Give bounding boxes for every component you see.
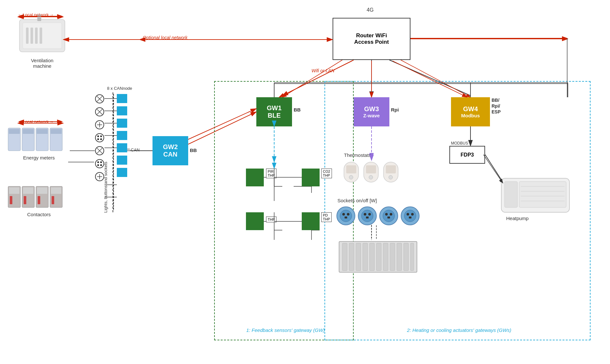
socket-2 — [357, 206, 377, 226]
thermostat-images — [342, 160, 400, 183]
svg-point-124 — [411, 213, 414, 216]
gw2-box: GW2 CAN — [152, 136, 188, 165]
energy-meters-area: Energy meters — [6, 126, 71, 160]
sensor-label-co2-thp: CO2 THP — [321, 169, 332, 178]
svg-rect-65 — [24, 196, 26, 204]
svg-rect-125 — [409, 217, 411, 218]
svg-rect-48 — [30, 28, 33, 44]
socket-images — [336, 206, 420, 226]
svg-rect-136 — [404, 243, 409, 271]
heatpump-svg — [500, 177, 571, 214]
svg-rect-133 — [383, 243, 388, 271]
svg-rect-92 — [97, 164, 99, 166]
svg-point-108 — [342, 213, 345, 216]
ventilation-label: Ventilation machine — [31, 58, 53, 69]
svg-rect-59 — [51, 129, 62, 134]
svg-rect-135 — [397, 243, 402, 271]
svg-rect-84 — [97, 138, 99, 140]
svg-rect-91 — [100, 161, 102, 163]
ventilation-image — [16, 13, 68, 55]
heatpump-label: Heatpump — [506, 216, 529, 221]
svg-rect-57 — [37, 129, 48, 134]
socket-1 — [336, 206, 356, 226]
contactors-area: Contactors — [6, 185, 71, 217]
can-block-4 — [117, 131, 127, 140]
svg-point-112 — [361, 210, 373, 222]
svg-rect-128 — [349, 243, 354, 271]
svg-rect-50 — [40, 28, 42, 44]
sensor-block-1 — [246, 169, 264, 186]
svg-rect-137 — [410, 243, 414, 271]
svg-rect-71 — [52, 196, 54, 204]
svg-point-122 — [404, 210, 416, 222]
sensor-label-pir-thp: PIR THP — [266, 169, 276, 178]
bb-label-gw1: BB — [294, 107, 301, 112]
can-block-2 — [117, 106, 127, 115]
optional-local-network-label: Optional local network — [143, 35, 188, 40]
contactors-label: Contactors — [6, 212, 71, 217]
thermostats-label: Thermostats — [344, 152, 371, 158]
svg-point-99 — [349, 175, 353, 179]
svg-rect-115 — [366, 217, 369, 218]
sensor-label-pd-thp: PD THP — [321, 212, 332, 222]
svg-point-81 — [95, 134, 104, 142]
svg-point-117 — [383, 210, 395, 222]
main-diagram: 4G Router WiFi Access Point Optional loc… — [0, 0, 610, 364]
ventilation-area: Ventilation machine — [10, 13, 75, 81]
svg-rect-130 — [363, 243, 368, 271]
local-network-bottom-label: ← Local network → — [18, 119, 54, 124]
svg-rect-110 — [345, 217, 347, 218]
gw3-box: GW3 Z-wave — [354, 97, 389, 126]
svg-point-119 — [390, 213, 392, 216]
svg-rect-47 — [26, 28, 29, 44]
svg-point-105 — [389, 175, 393, 179]
can-block-1 — [117, 94, 127, 103]
svg-point-109 — [347, 213, 349, 216]
svg-rect-68 — [38, 196, 40, 204]
bb-rpi-esp-label: BB/ Rpi/ ESP — [492, 97, 501, 115]
light-symbol-4 — [95, 133, 104, 143]
svg-rect-49 — [35, 28, 38, 44]
svg-point-102 — [369, 175, 373, 179]
thermostat-2 — [362, 160, 380, 183]
svg-rect-55 — [23, 129, 34, 134]
svg-rect-131 — [370, 243, 374, 271]
label-4g: 4G — [367, 7, 373, 13]
sensor-label-thp3: THP — [266, 217, 276, 222]
svg-rect-127 — [342, 243, 347, 271]
svg-point-114 — [368, 213, 371, 216]
svg-rect-62 — [10, 196, 12, 204]
can-block-3 — [117, 119, 127, 128]
lights-buttons-label: Lights, buttons and sockets — [103, 162, 108, 213]
heatpump-image — [500, 177, 571, 215]
svg-point-107 — [340, 210, 352, 222]
can-block-7 — [117, 168, 127, 177]
svg-rect-90 — [97, 161, 99, 163]
sensor-block-4 — [302, 212, 320, 230]
svg-rect-85 — [100, 138, 102, 140]
section2-label: 2: Heating or cooling actuators' gateway… — [326, 327, 592, 333]
energy-meters-label: Energy meters — [6, 155, 71, 160]
svg-point-89 — [95, 159, 104, 168]
svg-point-113 — [364, 213, 366, 216]
svg-rect-139 — [505, 182, 518, 207]
energy-meters-image — [6, 126, 71, 152]
light-symbol-5 — [95, 146, 104, 156]
svg-rect-129 — [356, 243, 361, 271]
light-symbol-3 — [95, 120, 104, 130]
svg-rect-53 — [9, 129, 20, 134]
sensor-block-2 — [302, 169, 320, 186]
svg-rect-134 — [390, 243, 395, 271]
rpi-label: Rpi — [391, 107, 399, 112]
svg-rect-70 — [51, 187, 61, 194]
svg-rect-61 — [9, 187, 19, 194]
svg-rect-67 — [37, 187, 47, 194]
modbus-label: MODBUS — [451, 141, 468, 146]
bb-label-gw2: BB — [190, 147, 197, 153]
can-block-5 — [117, 143, 127, 152]
socket-3 — [379, 206, 399, 226]
sockets-label: Sockets on/off [W] — [337, 198, 377, 203]
gw1-box: GW1 BLE — [256, 97, 292, 126]
sensor-block-3 — [246, 212, 264, 230]
svg-rect-132 — [376, 243, 381, 271]
